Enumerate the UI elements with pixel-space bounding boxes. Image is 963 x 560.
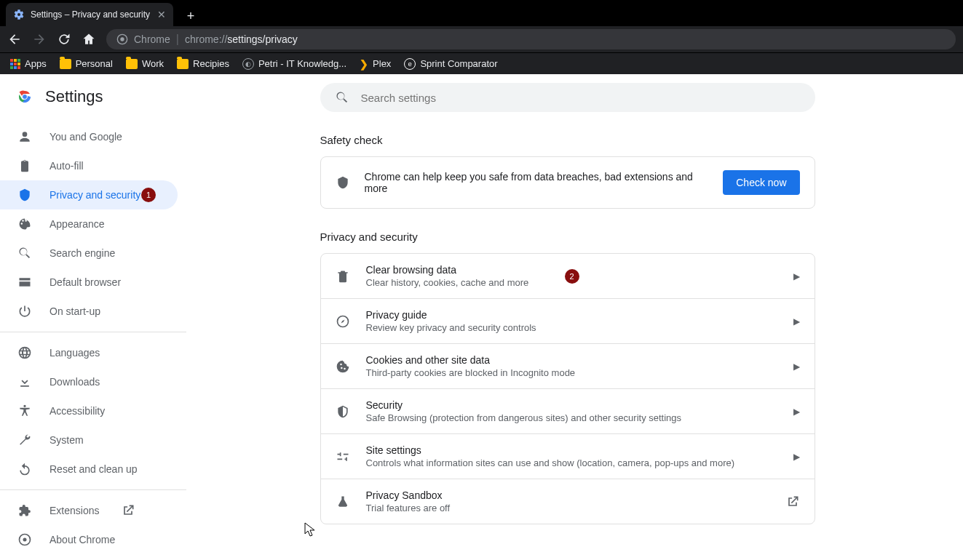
address-prefix: Chrome — [134, 33, 170, 45]
sidebar-item-label: Languages — [49, 347, 100, 359]
bookmark-label: Plex — [373, 58, 391, 69]
apps-icon — [10, 59, 20, 69]
person-icon — [17, 129, 32, 144]
search-icon — [17, 246, 32, 260]
search-settings[interactable] — [320, 83, 815, 112]
address-bar[interactable]: Chrome | chrome://settings/privacy — [106, 29, 956, 49]
flask-icon — [336, 495, 350, 509]
back-button[interactable] — [7, 32, 22, 47]
row-title: Privacy guide — [366, 309, 777, 321]
sidebar-item-you-and-google[interactable]: You and Google — [0, 122, 178, 151]
search-icon — [335, 90, 349, 105]
sidebar-item-appearance[interactable]: Appearance — [0, 209, 178, 239]
new-tab-button[interactable]: + — [181, 6, 201, 26]
settings-row-clear-browsing-data[interactable]: Clear browsing dataClear history, cookie… — [321, 254, 815, 298]
sidebar-item-default-browser[interactable]: Default browser — [0, 268, 178, 297]
search-input[interactable] — [361, 92, 801, 104]
site-icon: ◐ — [242, 58, 254, 70]
settings-sidebar: Settings You and GoogleAuto-fillPrivacy … — [0, 74, 186, 560]
restore-icon — [17, 462, 32, 476]
privacy-security-heading: Privacy and security — [320, 231, 815, 243]
sidebar-item-label: Accessibility — [49, 405, 105, 417]
sidebar-item-label: About Chrome — [49, 534, 115, 545]
bookmark-label: Apps — [25, 58, 47, 69]
tab-bar: Settings – Privacy and security ✕ + — [0, 0, 963, 26]
reload-button[interactable] — [57, 32, 71, 47]
cookie-icon — [336, 359, 350, 374]
annotation-badge: 2 — [565, 269, 579, 284]
sidebar-item-reset-and-clean-up[interactable]: Reset and clean up — [0, 455, 178, 484]
navigation-bar: Chrome | chrome://settings/privacy — [0, 26, 963, 52]
trash-icon — [336, 269, 350, 284]
settings-row-cookies-and-other-site-data[interactable]: Cookies and other site dataThird-party c… — [321, 343, 815, 388]
browser-tab[interactable]: Settings – Privacy and security ✕ — [6, 3, 173, 26]
bookmark-label: Petri - IT Knowledg... — [258, 58, 346, 69]
settings-page: Settings You and GoogleAuto-fillPrivacy … — [0, 74, 963, 560]
safety-check-heading: Safety check — [320, 134, 815, 146]
chevron-right-icon: ▶ — [793, 316, 800, 327]
settings-row-security[interactable]: SecuritySafe Browsing (protection from d… — [321, 388, 815, 433]
bookmark-item[interactable]: Personal — [60, 58, 113, 69]
sidebar-item-label: Reset and clean up — [49, 463, 138, 475]
close-icon[interactable]: ✕ — [157, 9, 166, 20]
shield-icon — [17, 188, 32, 202]
sidebar-item-extensions[interactable]: Extensions — [0, 496, 178, 525]
bookmark-label: Personal — [76, 58, 113, 69]
folder-icon — [60, 59, 71, 69]
row-subtitle: Controls what information sites can use … — [366, 457, 777, 468]
sidebar-item-accessibility[interactable]: Accessibility — [0, 396, 178, 425]
sidebar-item-label: System — [49, 434, 84, 446]
svg-point-6 — [23, 538, 27, 542]
bookmark-item[interactable]: Recipies — [177, 58, 229, 69]
sidebar-item-auto-fill[interactable]: Auto-fill — [0, 151, 178, 180]
folder-icon — [126, 59, 138, 69]
bookmark-label: Sprint Comparator — [420, 58, 497, 69]
plex-icon: ❯ — [360, 58, 368, 70]
bookmark-item[interactable]: Apps — [10, 58, 47, 69]
settings-row-privacy-guide[interactable]: Privacy guideReview key privacy and secu… — [321, 298, 815, 343]
chrome-small-icon — [116, 33, 128, 45]
sidebar-item-label: Auto-fill — [49, 160, 84, 172]
svg-point-1 — [120, 37, 124, 41]
sliders-icon — [336, 449, 350, 464]
bookmark-item[interactable]: eSprint Comparator — [404, 58, 497, 70]
bookmark-item[interactable]: Work — [126, 58, 164, 69]
sidebar-item-about-chrome[interactable]: About Chrome — [0, 525, 178, 554]
sidebar-item-search-engine[interactable]: Search engine — [0, 239, 178, 268]
forward-button[interactable] — [32, 32, 47, 47]
sidebar-item-system[interactable]: System — [0, 425, 178, 455]
tab-title: Settings – Privacy and security — [31, 9, 151, 20]
home-button[interactable] — [82, 32, 96, 47]
chevron-right-icon: ▶ — [793, 452, 800, 462]
chevron-right-icon: ▶ — [793, 361, 800, 372]
bookmark-label: Recipies — [193, 58, 229, 69]
settings-header: Settings — [0, 74, 186, 119]
bookmark-item[interactable]: ❯Plex — [360, 58, 391, 70]
nav-list: You and GoogleAuto-fillPrivacy and secur… — [0, 119, 186, 557]
accessibility-icon — [17, 404, 32, 418]
page-title: Settings — [45, 87, 103, 106]
bookmarks-bar: AppsPersonalWorkRecipies◐Petri - IT Know… — [0, 52, 963, 74]
check-now-button[interactable]: Check now — [723, 170, 799, 195]
site-icon: e — [404, 58, 416, 70]
chromeicon-icon — [17, 532, 32, 547]
shield-check-icon — [336, 175, 350, 190]
sidebar-item-privacy-and-security[interactable]: Privacy and security1 — [0, 180, 178, 209]
settings-row-site-settings[interactable]: Site settingsControls what information s… — [321, 433, 815, 479]
row-title: Security — [366, 399, 777, 411]
settings-row-privacy-sandbox[interactable]: Privacy SandboxTrial features are off — [321, 479, 815, 524]
download-icon — [17, 375, 32, 389]
shield2-icon — [336, 404, 350, 419]
external-link-icon — [121, 503, 135, 518]
compass-icon — [336, 314, 350, 329]
sidebar-item-label: Downloads — [49, 376, 100, 388]
sidebar-item-label: Privacy and security — [49, 189, 140, 201]
sidebar-item-on-start-up[interactable]: On start-up — [0, 297, 178, 326]
sidebar-item-downloads[interactable]: Downloads — [0, 367, 178, 396]
sidebar-item-languages[interactable]: Languages — [0, 338, 178, 367]
wrench-icon — [17, 433, 32, 447]
row-title: Privacy Sandbox — [366, 489, 769, 501]
bookmark-item[interactable]: ◐Petri - IT Knowledg... — [242, 58, 346, 70]
settings-gear-icon — [13, 9, 25, 20]
row-subtitle: Review key privacy and security controls — [366, 322, 777, 333]
